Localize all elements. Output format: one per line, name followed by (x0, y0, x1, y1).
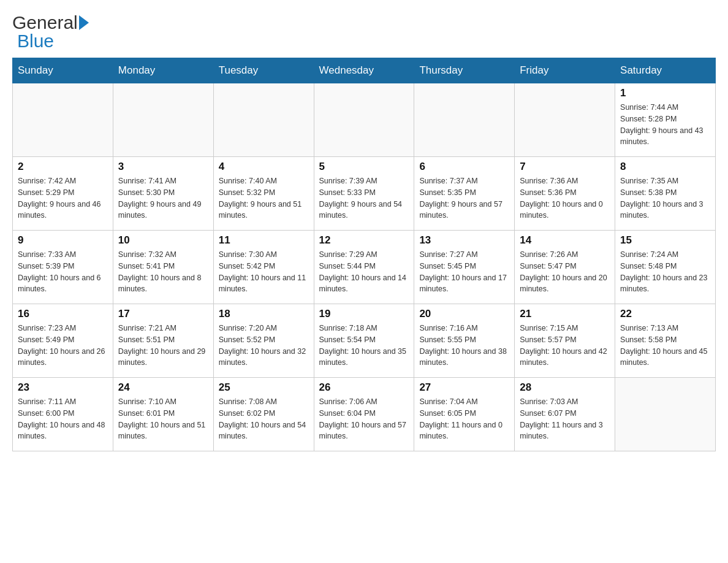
day-number: 12 (319, 234, 409, 247)
day-number: 3 (118, 161, 208, 173)
day-info: Sunrise: 7:27 AMSunset: 5:45 PMDaylight:… (419, 249, 509, 295)
day-number: 9 (18, 234, 108, 247)
day-info: Sunrise: 7:11 AMSunset: 6:00 PMDaylight:… (18, 396, 108, 442)
calendar-cell: 15Sunrise: 7:24 AMSunset: 5:48 PMDayligh… (615, 231, 716, 304)
day-info: Sunrise: 7:36 AMSunset: 5:36 PMDaylight:… (520, 175, 610, 221)
calendar-cell: 10Sunrise: 7:32 AMSunset: 5:41 PMDayligh… (113, 231, 213, 304)
day-info: Sunrise: 7:44 AMSunset: 5:28 PMDaylight:… (620, 102, 710, 148)
logo-arrow-icon (79, 15, 89, 30)
day-info: Sunrise: 7:03 AMSunset: 6:07 PMDaylight:… (520, 396, 610, 442)
calendar-cell (414, 83, 515, 157)
day-number: 13 (419, 234, 509, 247)
day-info: Sunrise: 7:42 AMSunset: 5:29 PMDaylight:… (18, 175, 108, 221)
day-number: 6 (419, 161, 509, 173)
calendar-cell (314, 83, 414, 157)
day-info: Sunrise: 7:16 AMSunset: 5:55 PMDaylight:… (419, 323, 509, 369)
calendar-cell (213, 83, 314, 157)
calendar-cell: 2Sunrise: 7:42 AMSunset: 5:29 PMDaylight… (13, 157, 113, 231)
day-number: 16 (18, 308, 108, 320)
calendar-cell: 3Sunrise: 7:41 AMSunset: 5:30 PMDaylight… (113, 157, 213, 231)
week-row-4: 16Sunrise: 7:23 AMSunset: 5:49 PMDayligh… (13, 304, 716, 378)
day-info: Sunrise: 7:39 AMSunset: 5:33 PMDaylight:… (319, 175, 409, 221)
column-header-friday: Friday (515, 58, 615, 83)
week-row-1: 1Sunrise: 7:44 AMSunset: 5:28 PMDaylight… (13, 83, 716, 157)
week-row-2: 2Sunrise: 7:42 AMSunset: 5:29 PMDaylight… (13, 157, 716, 231)
calendar-cell (113, 83, 213, 157)
column-header-tuesday: Tuesday (213, 58, 314, 83)
day-info: Sunrise: 7:04 AMSunset: 6:05 PMDaylight:… (419, 396, 509, 442)
calendar-cell: 27Sunrise: 7:04 AMSunset: 6:05 PMDayligh… (414, 378, 515, 451)
day-number: 11 (219, 234, 309, 247)
calendar-cell: 16Sunrise: 7:23 AMSunset: 5:49 PMDayligh… (13, 304, 113, 378)
day-number: 15 (620, 234, 710, 247)
day-info: Sunrise: 7:21 AMSunset: 5:51 PMDaylight:… (118, 323, 208, 369)
day-number: 26 (319, 381, 409, 394)
day-info: Sunrise: 7:23 AMSunset: 5:49 PMDaylight:… (18, 323, 108, 369)
day-number: 19 (319, 308, 409, 320)
column-header-saturday: Saturday (615, 58, 716, 83)
day-info: Sunrise: 7:10 AMSunset: 6:01 PMDaylight:… (118, 396, 208, 442)
logo: General Blue (12, 12, 89, 52)
calendar-cell (13, 83, 113, 157)
day-info: Sunrise: 7:08 AMSunset: 6:02 PMDaylight:… (219, 396, 309, 442)
calendar-cell: 7Sunrise: 7:36 AMSunset: 5:36 PMDaylight… (515, 157, 615, 231)
column-header-wednesday: Wednesday (314, 58, 414, 83)
calendar-cell: 21Sunrise: 7:15 AMSunset: 5:57 PMDayligh… (515, 304, 615, 378)
calendar-cell: 28Sunrise: 7:03 AMSunset: 6:07 PMDayligh… (515, 378, 615, 451)
calendar-header-row: SundayMondayTuesdayWednesdayThursdayFrid… (13, 58, 716, 83)
day-number: 25 (219, 381, 309, 394)
day-number: 5 (319, 161, 409, 173)
calendar-cell: 11Sunrise: 7:30 AMSunset: 5:42 PMDayligh… (213, 231, 314, 304)
day-info: Sunrise: 7:13 AMSunset: 5:58 PMDaylight:… (620, 323, 710, 369)
calendar-cell: 6Sunrise: 7:37 AMSunset: 5:35 PMDaylight… (414, 157, 515, 231)
day-number: 20 (419, 308, 509, 320)
calendar-cell: 1Sunrise: 7:44 AMSunset: 5:28 PMDaylight… (615, 83, 716, 157)
logo-blue-text: Blue (17, 31, 54, 51)
day-info: Sunrise: 7:15 AMSunset: 5:57 PMDaylight:… (520, 323, 610, 369)
calendar-cell: 25Sunrise: 7:08 AMSunset: 6:02 PMDayligh… (213, 378, 314, 451)
week-row-3: 9Sunrise: 7:33 AMSunset: 5:39 PMDaylight… (13, 231, 716, 304)
column-header-sunday: Sunday (13, 58, 113, 83)
day-number: 21 (520, 308, 610, 320)
calendar-cell: 23Sunrise: 7:11 AMSunset: 6:00 PMDayligh… (13, 378, 113, 451)
day-number: 8 (620, 161, 710, 173)
day-info: Sunrise: 7:35 AMSunset: 5:38 PMDaylight:… (620, 175, 710, 221)
week-row-5: 23Sunrise: 7:11 AMSunset: 6:00 PMDayligh… (13, 378, 716, 451)
calendar-cell: 4Sunrise: 7:40 AMSunset: 5:32 PMDaylight… (213, 157, 314, 231)
day-number: 4 (219, 161, 309, 173)
calendar-cell: 9Sunrise: 7:33 AMSunset: 5:39 PMDaylight… (13, 231, 113, 304)
day-number: 1 (620, 87, 710, 99)
day-number: 10 (118, 234, 208, 247)
calendar-table: SundayMondayTuesdayWednesdayThursdayFrid… (12, 58, 716, 451)
column-header-thursday: Thursday (414, 58, 515, 83)
column-header-monday: Monday (113, 58, 213, 83)
day-info: Sunrise: 7:24 AMSunset: 5:48 PMDaylight:… (620, 249, 710, 295)
calendar-cell: 12Sunrise: 7:29 AMSunset: 5:44 PMDayligh… (314, 231, 414, 304)
day-number: 27 (419, 381, 509, 394)
day-number: 22 (620, 308, 710, 320)
day-info: Sunrise: 7:06 AMSunset: 6:04 PMDaylight:… (319, 396, 409, 442)
calendar-cell (515, 83, 615, 157)
calendar-cell: 20Sunrise: 7:16 AMSunset: 5:55 PMDayligh… (414, 304, 515, 378)
day-number: 18 (219, 308, 309, 320)
logo-general-text: General (12, 12, 78, 33)
calendar-cell: 22Sunrise: 7:13 AMSunset: 5:58 PMDayligh… (615, 304, 716, 378)
calendar-cell: 14Sunrise: 7:26 AMSunset: 5:47 PMDayligh… (515, 231, 615, 304)
day-info: Sunrise: 7:37 AMSunset: 5:35 PMDaylight:… (419, 175, 509, 221)
calendar-cell: 5Sunrise: 7:39 AMSunset: 5:33 PMDaylight… (314, 157, 414, 231)
calendar-cell: 17Sunrise: 7:21 AMSunset: 5:51 PMDayligh… (113, 304, 213, 378)
day-info: Sunrise: 7:26 AMSunset: 5:47 PMDaylight:… (520, 249, 610, 295)
day-info: Sunrise: 7:30 AMSunset: 5:42 PMDaylight:… (219, 249, 309, 295)
day-number: 24 (118, 381, 208, 394)
calendar-cell: 13Sunrise: 7:27 AMSunset: 5:45 PMDayligh… (414, 231, 515, 304)
calendar-cell (615, 378, 716, 451)
day-number: 17 (118, 308, 208, 320)
page-header: General Blue (12, 12, 716, 52)
day-number: 7 (520, 161, 610, 173)
calendar-cell: 19Sunrise: 7:18 AMSunset: 5:54 PMDayligh… (314, 304, 414, 378)
day-info: Sunrise: 7:20 AMSunset: 5:52 PMDaylight:… (219, 323, 309, 369)
calendar-cell: 8Sunrise: 7:35 AMSunset: 5:38 PMDaylight… (615, 157, 716, 231)
day-number: 28 (520, 381, 610, 394)
day-info: Sunrise: 7:33 AMSunset: 5:39 PMDaylight:… (18, 249, 108, 295)
day-number: 2 (18, 161, 108, 173)
